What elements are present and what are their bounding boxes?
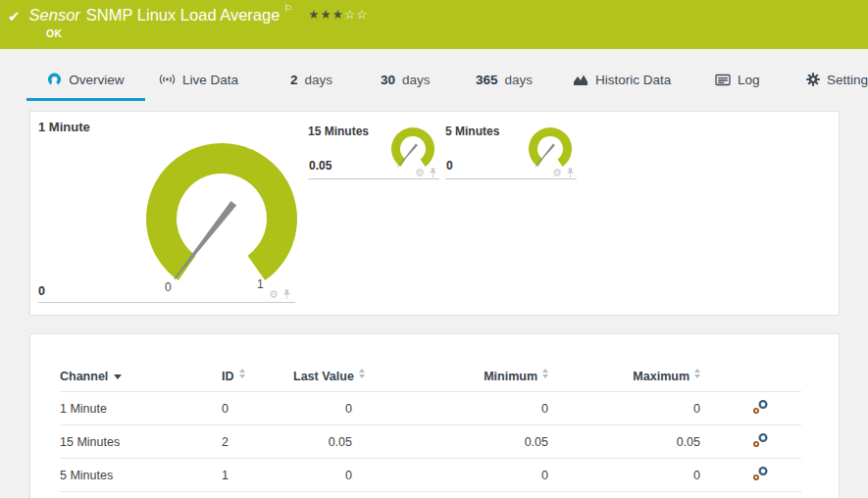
secondary-gauge-1 bbox=[387, 124, 438, 173]
gauges-panel: 1 Minute 0 1 0 ⚙ 15 Minutes 0.05 ⚙ 5 Min… bbox=[29, 111, 840, 316]
cell-channel: 5 Minutes bbox=[60, 459, 222, 492]
cell-channel: 15 Minutes bbox=[60, 425, 222, 459]
priority-flag-icon[interactable]: ⚐ bbox=[283, 3, 292, 14]
channel-gear-icon[interactable]: ⚙ bbox=[552, 168, 562, 178]
pin-icon[interactable] bbox=[282, 289, 291, 300]
channel-gear-icon[interactable]: ⚙ bbox=[269, 289, 279, 300]
column-header-minimum-label: Minimum bbox=[484, 370, 537, 383]
tab-log[interactable]: Log bbox=[715, 61, 760, 98]
tab-30-days-number: 30 bbox=[381, 73, 395, 87]
sort-icon bbox=[359, 369, 365, 378]
channel-settings-gears-icon[interactable] bbox=[752, 432, 769, 451]
column-header-channel-label: Channel bbox=[60, 370, 108, 383]
cell-channel: Downtime bbox=[60, 492, 222, 498]
secondary-gauge-2-value: 0 bbox=[446, 159, 453, 173]
cell-maximum: 0 bbox=[563, 459, 720, 492]
cell-minimum: 0.05 bbox=[382, 425, 563, 459]
cell-channel: 1 Minute bbox=[60, 392, 222, 425]
channels-panel: Channel ID Last Value Minimum Maximum 1 … bbox=[29, 333, 840, 498]
tile-underline bbox=[445, 178, 577, 179]
cell-last-value bbox=[293, 492, 382, 498]
tab-2-days[interactable]: 2 days bbox=[290, 61, 332, 98]
sensor-status-header: ✔ Sensor SNMP Linux Load Average ⚐ ★★★☆☆… bbox=[0, 0, 868, 49]
tab-live-data[interactable]: Live Data bbox=[159, 61, 238, 98]
column-header-actions bbox=[720, 364, 801, 392]
primary-gauge-value: 0 bbox=[38, 284, 45, 298]
channel-settings-gears-icon[interactable] bbox=[752, 399, 769, 418]
tab-historic-data[interactable]: Historic Data bbox=[573, 61, 671, 98]
sort-icon bbox=[694, 369, 700, 378]
tab-365-days-word: days bbox=[505, 73, 534, 87]
cell-minimum: 0 bbox=[382, 459, 563, 492]
primary-gauge-scale-max: 1 bbox=[257, 277, 264, 291]
cell-id: -4 bbox=[222, 492, 293, 498]
stars-empty[interactable]: ☆☆ bbox=[344, 8, 368, 22]
secondary-gauge-2 bbox=[525, 124, 576, 173]
cell-last-value: 0 bbox=[293, 459, 382, 492]
cell-id: 0 bbox=[222, 392, 293, 425]
cell-maximum bbox=[563, 492, 720, 498]
tab-historic-data-label: Historic Data bbox=[595, 73, 671, 87]
object-kind-label: Sensor bbox=[29, 6, 80, 25]
column-header-minimum[interactable]: Minimum bbox=[382, 364, 563, 392]
tab-live-data-label: Live Data bbox=[182, 73, 238, 87]
tab-30-days[interactable]: 30 days bbox=[381, 61, 431, 98]
tile-underline bbox=[308, 178, 439, 179]
tab-30-days-word: days bbox=[402, 73, 431, 87]
cell-minimum bbox=[382, 492, 563, 498]
ok-check-icon: ✔ bbox=[8, 8, 21, 25]
channel-settings-gears-icon[interactable] bbox=[752, 466, 769, 484]
cell-id: 1 bbox=[222, 459, 293, 492]
tab-bar: Overview Live Data 2 days 30 days 365 da… bbox=[0, 61, 868, 102]
tab-2-days-number: 2 bbox=[290, 73, 298, 87]
cell-maximum: 0 bbox=[563, 392, 720, 425]
column-header-last-value[interactable]: Last Value bbox=[293, 364, 382, 392]
cell-minimum: 0 bbox=[382, 392, 563, 425]
primary-gauge-actions: ⚙ bbox=[269, 289, 291, 300]
column-header-id-label: ID bbox=[222, 370, 234, 383]
primary-gauge bbox=[128, 128, 315, 305]
cell-last-value: 0 bbox=[293, 392, 382, 425]
cell-maximum: 0.05 bbox=[563, 425, 720, 459]
secondary-gauge-1-value: 0.05 bbox=[309, 159, 332, 173]
area-chart-icon bbox=[573, 73, 588, 86]
tab-2-days-word: days bbox=[305, 73, 333, 87]
column-header-id[interactable]: ID bbox=[222, 364, 293, 392]
tab-log-label: Log bbox=[738, 73, 760, 87]
column-header-maximum-label: Maximum bbox=[633, 370, 689, 383]
column-header-maximum[interactable]: Maximum bbox=[563, 364, 720, 392]
channel-gear-icon[interactable]: ⚙ bbox=[415, 168, 425, 178]
page-title: SNMP Linux Load Average bbox=[86, 6, 281, 25]
table-row: Downtime -4 bbox=[60, 492, 801, 498]
priority-stars[interactable]: ★★★☆☆ bbox=[308, 7, 368, 22]
tab-365-days[interactable]: 365 days bbox=[476, 61, 533, 98]
primary-gauge-label: 1 Minute bbox=[38, 120, 90, 134]
secondary-gauge-1-label: 15 Minutes bbox=[308, 124, 369, 138]
sort-desc-icon bbox=[114, 374, 122, 379]
cell-last-value: 0.05 bbox=[293, 425, 382, 459]
tile-underline bbox=[38, 302, 295, 303]
secondary-gauge-2-label: 5 Minutes bbox=[445, 124, 499, 138]
column-header-channel[interactable]: Channel bbox=[60, 364, 222, 392]
tab-overview-label: Overview bbox=[69, 73, 124, 87]
pin-icon[interactable] bbox=[429, 168, 437, 178]
log-list-icon bbox=[715, 74, 731, 86]
pin-icon[interactable] bbox=[566, 168, 575, 178]
column-header-last-value-label: Last Value bbox=[293, 370, 354, 383]
status-badge: OK bbox=[46, 27, 62, 39]
channels-table: Channel ID Last Value Minimum Maximum 1 … bbox=[60, 364, 801, 498]
cell-id: 2 bbox=[222, 425, 293, 459]
sort-icon bbox=[239, 369, 245, 378]
secondary-gauge-2-actions: ⚙ bbox=[552, 168, 575, 178]
table-row: 5 Minutes 1 0 0 0 bbox=[60, 459, 801, 492]
gauge-icon bbox=[47, 73, 62, 87]
stars-filled[interactable]: ★★★ bbox=[308, 8, 344, 22]
secondary-gauge-1-actions: ⚙ bbox=[415, 168, 437, 178]
sort-icon bbox=[542, 369, 548, 378]
broadcast-icon bbox=[159, 73, 176, 86]
tab-overview[interactable]: Overview bbox=[26, 61, 145, 98]
tab-settings-label: Settings bbox=[827, 73, 868, 87]
tab-settings[interactable]: Settings bbox=[806, 61, 868, 98]
active-tab-underline bbox=[26, 98, 145, 101]
table-row: 1 Minute 0 0 0 0 bbox=[60, 392, 801, 425]
